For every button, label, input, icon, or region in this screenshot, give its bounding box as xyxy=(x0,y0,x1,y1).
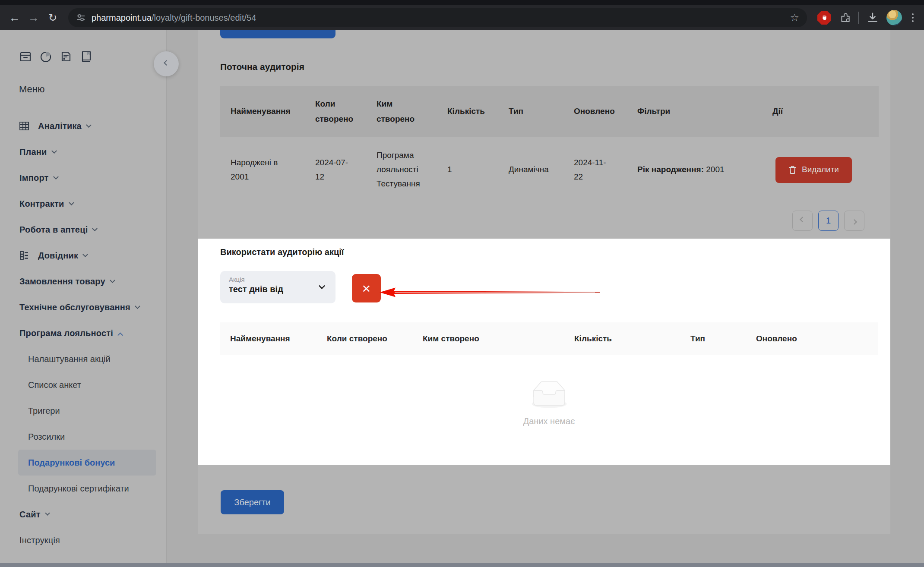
adblock-extension-icon[interactable] xyxy=(817,11,831,25)
trash-icon xyxy=(788,165,797,174)
chevron-down-icon xyxy=(135,303,140,309)
book-icon[interactable] xyxy=(80,50,93,63)
sidebar-item-analytics[interactable]: Аналітика xyxy=(0,113,166,139)
chevron-down-icon xyxy=(45,511,50,516)
sidebar: Меню Аналітика Плани Імпорт Контракти Ро… xyxy=(0,30,167,563)
sidebar-menu: Аналітика Плани Імпорт Контракти Робота … xyxy=(0,113,166,553)
pagination-next-button[interactable] xyxy=(844,211,864,231)
save-button[interactable]: Зберегти xyxy=(221,490,284,514)
sidebar-subitem-gift-bonuses[interactable]: Подарункові бонуси xyxy=(18,450,156,476)
cell-created-by: Програма лояльності Тестування xyxy=(377,148,447,191)
col-updated: Оновлено xyxy=(756,334,868,343)
browser-chrome: ← → ↻ pharmapoint.ua/loyalty/gift-bonuse… xyxy=(0,0,924,30)
current-audience-title: Поточна аудиторія xyxy=(220,62,304,72)
chevron-left-icon xyxy=(164,60,169,66)
content-card: Поточна аудиторія Найменування Коли ство… xyxy=(198,30,890,534)
delete-button[interactable]: Видалити xyxy=(775,157,852,183)
empty-state-text: Даних немає xyxy=(523,416,575,426)
sidebar-item-contracts[interactable]: Контракти xyxy=(0,191,166,217)
cell-filters: Рік народження: 2001 xyxy=(637,163,772,177)
chevron-down-icon xyxy=(82,252,88,257)
chevron-right-icon xyxy=(851,219,857,225)
browser-menu-icon[interactable] xyxy=(909,13,916,22)
pagination: 1 xyxy=(792,211,864,231)
sidebar-item-directory[interactable]: Довідник xyxy=(0,243,166,268)
empty-state: Даних немає xyxy=(220,381,878,426)
downloads-icon[interactable] xyxy=(866,11,879,24)
col-created-at: Коли створено xyxy=(315,97,377,126)
table-row: Народжені в 2001 2024-07- 12 Програма ло… xyxy=(220,137,879,203)
col-type: Тип xyxy=(509,104,574,119)
col-updated: Оновлено xyxy=(574,104,637,119)
cell-updated: 2024-11- 22 xyxy=(574,156,637,184)
sidebar-item-plans[interactable]: Плани xyxy=(0,139,166,165)
use-audience-table-header: Найменування Коли створено Ким створено … xyxy=(220,322,878,355)
pie-chart-icon[interactable] xyxy=(39,50,52,63)
col-created-by: Ким створено xyxy=(377,97,447,126)
current-audience-table-header: Найменування Коли створено Ким створено … xyxy=(220,86,879,137)
profile-avatar[interactable] xyxy=(886,10,902,25)
col-filters: Фільтри xyxy=(637,104,772,119)
main-content: Поточна аудиторія Найменування Коли ство… xyxy=(167,30,924,563)
use-audience-panel: Використати аудиторію акції Акція тест д… xyxy=(198,239,890,465)
clear-selection-button[interactable]: × xyxy=(352,274,381,302)
promo-select-label: Акція xyxy=(229,276,327,283)
sidebar-item-instruction[interactable]: Інструкція xyxy=(0,527,166,553)
sidebar-item-pharmacy-work[interactable]: Робота в аптеці xyxy=(0,217,166,243)
chevron-down-icon xyxy=(110,277,115,283)
url-host: pharmapoint.ua xyxy=(92,13,152,22)
sidebar-item-import[interactable]: Імпорт xyxy=(0,165,166,191)
col-created-by: Ким створено xyxy=(423,334,574,343)
sidebar-subitem-triggers[interactable]: Тригери xyxy=(18,398,156,424)
sidebar-menu-title: Меню xyxy=(19,84,166,95)
col-count: Кількість xyxy=(574,334,690,343)
bookmark-star-icon[interactable]: ☆ xyxy=(790,12,799,24)
sidebar-subitem-promo-settings[interactable]: Налаштування акцій xyxy=(18,346,156,372)
sidebar-subitem-gift-certificates[interactable]: Подарункові сертифікати xyxy=(18,476,156,501)
reload-icon[interactable]: ↻ xyxy=(43,8,62,27)
sidebar-subitem-questionnaires[interactable]: Список анкет xyxy=(18,372,156,398)
sidebar-collapse-button[interactable] xyxy=(154,51,179,76)
document-icon[interactable] xyxy=(60,50,73,63)
site-settings-icon[interactable] xyxy=(76,13,85,22)
browser-toolbar: ← → ↻ pharmapoint.ua/loyalty/gift-bonuse… xyxy=(0,5,924,30)
cell-count: 1 xyxy=(447,163,509,177)
sidebar-subitem-mailings[interactable]: Розсилки xyxy=(18,424,156,450)
chevron-down-icon xyxy=(51,148,57,154)
cell-actions: Видалити xyxy=(772,143,868,197)
chevron-left-icon xyxy=(800,217,805,222)
archive-box-icon[interactable] xyxy=(19,50,32,63)
pagination-prev-button[interactable] xyxy=(792,211,813,231)
sidebar-item-goods-order[interactable]: Замовлення товару xyxy=(0,268,166,294)
footer-divider xyxy=(220,477,868,477)
toolbar-separator xyxy=(858,12,859,24)
update-audience-button-clipped[interactable] xyxy=(220,30,335,38)
promo-select[interactable]: Акція тест днів від xyxy=(220,271,335,303)
sidebar-item-loyalty-program[interactable]: Програма лояльності xyxy=(0,320,166,346)
sidebar-item-site[interactable]: Сайт xyxy=(0,501,166,527)
col-name: Найменування xyxy=(231,104,315,119)
app-shell: Меню Аналітика Плани Імпорт Контракти Ро… xyxy=(0,30,924,563)
chevron-down-icon xyxy=(92,226,98,231)
address-bar[interactable]: pharmapoint.ua/loyalty/gift-bonuses/edit… xyxy=(68,8,807,27)
extensions-puzzle-icon[interactable] xyxy=(839,12,851,24)
promo-select-value: тест днів від xyxy=(229,284,327,294)
pagination-page-1[interactable]: 1 xyxy=(818,211,839,231)
chevron-down-icon xyxy=(53,174,59,180)
col-actions: Дії xyxy=(772,104,868,119)
chevron-down-icon xyxy=(86,122,92,128)
sidebar-quick-icons xyxy=(19,50,166,63)
col-name: Найменування xyxy=(230,334,327,343)
forward-icon[interactable]: → xyxy=(24,8,43,27)
url-path: /loyalty/gift-bonuses/edit/54 xyxy=(152,13,256,22)
toolbar-actions xyxy=(813,10,919,25)
sidebar-item-maintenance[interactable]: Технічне обслуговування xyxy=(0,294,166,320)
horizontal-scrollbar[interactable] xyxy=(0,563,924,567)
col-created-at: Коли створено xyxy=(327,334,423,343)
tab-strip xyxy=(0,0,924,5)
cell-created-at: 2024-07- 12 xyxy=(315,156,377,184)
table-grid-icon xyxy=(19,120,30,132)
cell-name: Народжені в 2001 xyxy=(231,156,315,184)
annotation-arrow xyxy=(379,286,602,299)
back-icon[interactable]: ← xyxy=(5,8,24,27)
